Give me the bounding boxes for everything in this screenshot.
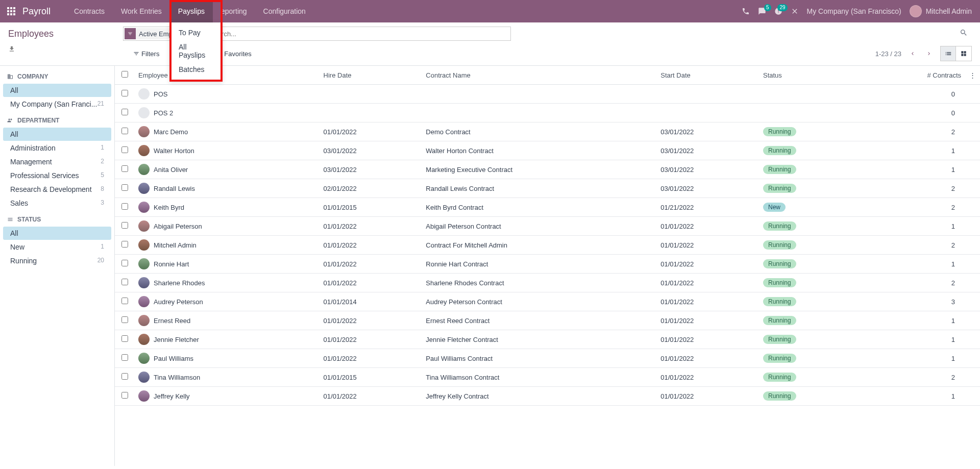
nav-item-configuration[interactable]: Configuration	[255, 0, 314, 22]
table-row[interactable]: Ronnie Hart01/01/2022Ronnie Hart Contrac…	[115, 255, 980, 274]
pager-next-icon[interactable]	[924, 48, 934, 59]
search-expand-icon[interactable]	[955, 27, 972, 41]
sidebar-item[interactable]: All	[3, 84, 111, 97]
row-checkbox[interactable]	[121, 241, 128, 248]
status-cell: Running	[759, 311, 861, 330]
status-cell: Running	[759, 292, 861, 311]
row-checkbox[interactable]	[121, 298, 128, 304]
table-row[interactable]: Randall Lewis02/01/2022Randall Lewis Con…	[115, 179, 980, 198]
sidebar-item[interactable]: New1	[3, 240, 111, 254]
sidebar-item[interactable]: My Company (San Franci...21	[3, 97, 111, 111]
select-all-checkbox[interactable]	[121, 71, 128, 78]
row-checkbox[interactable]	[121, 165, 128, 172]
status-cell: Running	[759, 368, 861, 387]
table-row[interactable]: Audrey Peterson01/01/2014Audrey Peterson…	[115, 292, 980, 311]
filters-button[interactable]: Filters	[133, 50, 159, 58]
search-input[interactable]	[206, 28, 510, 40]
hire-date: 01/01/2022	[320, 122, 422, 141]
start-date: 01/01/2022	[656, 330, 759, 349]
row-checkbox[interactable]	[121, 392, 128, 399]
row-checkbox[interactable]	[121, 279, 128, 285]
employee-name: Jeffrey Kelly	[154, 392, 190, 400]
sidebar-item[interactable]: Management2	[3, 155, 111, 168]
employee-name: Paul Williams	[154, 355, 193, 362]
avatar	[138, 372, 150, 383]
row-checkbox[interactable]	[121, 146, 128, 153]
row-checkbox[interactable]	[121, 354, 128, 361]
user-menu[interactable]: Mitchell Admin	[910, 5, 972, 17]
row-checkbox[interactable]	[121, 90, 128, 96]
dropdown-item-to-pay[interactable]: To Pay	[172, 26, 220, 40]
contract-name: Jeffrey Kelly Contract	[422, 387, 656, 406]
kanban-view-button[interactable]	[956, 46, 971, 61]
status-cell: Running	[759, 387, 861, 406]
row-checkbox[interactable]	[121, 109, 128, 115]
contracts-count: 2	[861, 368, 965, 387]
row-checkbox[interactable]	[121, 373, 128, 380]
col-contract-name[interactable]: Contract Name	[422, 66, 656, 85]
avatar	[138, 258, 150, 269]
nav-item-work-entries[interactable]: Work Entries	[113, 0, 170, 22]
table-row[interactable]: Jennie Fletcher01/01/2022Jennie Fletcher…	[115, 330, 980, 349]
sidebar-item[interactable]: Research & Development8	[3, 183, 111, 196]
table-row[interactable]: Paul Williams01/01/2022Paul Williams Con…	[115, 349, 980, 368]
nav-item-eporting[interactable]: eporting	[213, 0, 255, 22]
col-start-date[interactable]: Start Date	[656, 66, 759, 85]
table-row[interactable]: Ernest Reed01/01/2022Ernest Reed Contrac…	[115, 311, 980, 330]
avatar	[138, 334, 150, 345]
avatar	[138, 164, 150, 175]
nav-item-payslips[interactable]: Payslips	[170, 0, 213, 22]
row-checkbox[interactable]	[121, 335, 128, 342]
table-row[interactable]: Keith Byrd01/01/2015Keith Byrd Contract0…	[115, 198, 980, 217]
dropdown-item-all-payslips[interactable]: All Payslips	[172, 40, 220, 62]
col-contracts-count[interactable]: # Contracts	[861, 66, 965, 85]
app-brand[interactable]: Payroll	[22, 6, 51, 17]
pager-prev-icon[interactable]	[908, 48, 918, 59]
table-row[interactable]: Anita Oliver03/01/2022Marketing Executiv…	[115, 160, 980, 179]
table-row[interactable]: Sharlene Rhodes01/01/2022Sharlene Rhodes…	[115, 274, 980, 292]
table-row[interactable]: Abigail Peterson01/01/2022Abigail Peters…	[115, 217, 980, 236]
table-row[interactable]: POS 20	[115, 104, 980, 122]
phone-icon[interactable]	[742, 7, 750, 15]
col-employee[interactable]: Employee	[134, 66, 320, 85]
row-checkbox[interactable]	[121, 222, 128, 229]
dropdown-item-batches[interactable]: Batches	[172, 62, 220, 77]
contract-name: Sharlene Rhodes Contract	[422, 274, 656, 292]
company-switcher[interactable]: My Company (San Francisco)	[807, 7, 901, 15]
download-icon[interactable]	[8, 45, 107, 53]
messages-badge: 5	[764, 4, 771, 11]
col-hire-date[interactable]: Hire Date	[320, 66, 422, 85]
row-checkbox[interactable]	[121, 316, 128, 323]
row-checkbox[interactable]	[121, 128, 128, 134]
sidebar-item[interactable]: Sales3	[3, 196, 111, 210]
sidebar-item[interactable]: Administration1	[3, 141, 111, 155]
col-status[interactable]: Status	[759, 66, 861, 85]
col-options-icon[interactable]: ⋮	[965, 66, 980, 85]
list-view-button[interactable]	[941, 46, 956, 61]
contract-name	[422, 85, 656, 104]
sidebar-item[interactable]: Professional Services5	[3, 169, 111, 182]
employee-name: POS	[154, 90, 167, 98]
sidebar-item[interactable]: All	[3, 227, 111, 240]
table-row[interactable]: POS0	[115, 85, 980, 104]
table-row[interactable]: Marc Demo01/01/2022Demo Contract03/01/20…	[115, 122, 980, 141]
control-panel: Employees Active Employees × Filters Gro…	[0, 22, 980, 66]
activity-icon[interactable]: 29	[774, 7, 782, 15]
apps-launcher-icon[interactable]	[0, 7, 22, 15]
table-row[interactable]: Mitchell Admin01/01/2022Contract For Mit…	[115, 236, 980, 255]
row-checkbox[interactable]	[121, 260, 128, 266]
hire-date: 01/01/2022	[320, 330, 422, 349]
table-row[interactable]: Jeffrey Kelly01/01/2022Jeffrey Kelly Con…	[115, 387, 980, 406]
sidebar-item[interactable]: Running20	[3, 254, 111, 267]
sidebar-item[interactable]: All	[3, 128, 111, 141]
close-tray-icon[interactable]	[791, 7, 799, 15]
start-date: 01/01/2022	[656, 349, 759, 368]
table-row[interactable]: Tina Williamson01/01/2015Tina Williamson…	[115, 368, 980, 387]
table-row[interactable]: Walter Horton03/01/2022Walter Horton Con…	[115, 141, 980, 160]
status-cell: Running	[759, 274, 861, 292]
row-checkbox[interactable]	[121, 203, 128, 210]
row-checkbox[interactable]	[121, 184, 128, 191]
nav-item-contracts[interactable]: Contracts	[66, 0, 113, 22]
contracts-count: 1	[861, 387, 965, 406]
messages-icon[interactable]: 5	[758, 7, 766, 15]
